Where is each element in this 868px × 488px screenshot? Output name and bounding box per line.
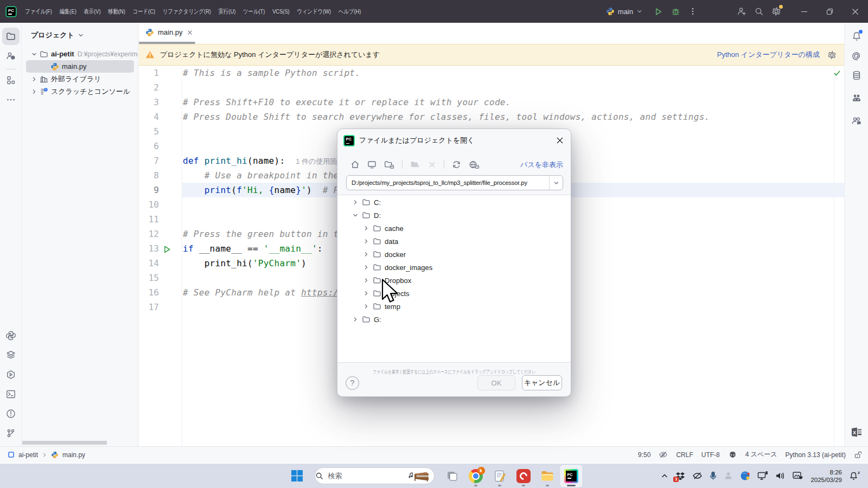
ok-button[interactable]: OK [477, 375, 515, 390]
show-hidden-files-button[interactable] [469, 160, 480, 169]
camtasia-icon[interactable] [513, 465, 534, 487]
dialog-tree-row-projects[interactable]: projects [337, 287, 571, 300]
menu-item-6[interactable]: 実行(U) [215, 0, 239, 23]
chevron-right-icon[interactable] [362, 250, 371, 259]
more-actions-button[interactable] [684, 3, 701, 20]
dialog-header[interactable]: PC ファイルまたはプロジェクトを開く [337, 129, 571, 152]
tree-row-main-py[interactable]: main.py [22, 60, 138, 73]
photos-tray-icon[interactable] [793, 471, 803, 480]
task-view-button[interactable] [441, 465, 463, 487]
horizontal-scrollbar[interactable] [22, 441, 107, 445]
dialog-tree-row-cache[interactable]: cache [337, 222, 571, 235]
line-number[interactable]: 14 [139, 256, 159, 271]
dropbox-tray-icon[interactable]: 1 [675, 471, 685, 481]
desktop-button[interactable] [367, 160, 376, 169]
eye-off-tray-icon[interactable] [692, 471, 703, 481]
menu-item-8[interactable]: VCS(S) [269, 0, 293, 23]
assistant-chat-button[interactable] [848, 89, 865, 107]
taskbar-search-box[interactable]: 検索 [315, 467, 435, 484]
line-number[interactable]: 6 [139, 139, 159, 153]
window-close-button[interactable] [843, 0, 868, 23]
chevron-right-icon[interactable] [351, 198, 360, 207]
chevron-right-icon[interactable] [362, 263, 371, 272]
line-number[interactable]: 15 [139, 271, 159, 285]
version-control-tool-button[interactable] [2, 425, 20, 442]
dialog-tree-row-d[interactable]: D: [337, 209, 571, 222]
configure-interpreter-link[interactable]: Python インタープリターの構成 [717, 50, 820, 60]
run-anything-tool-button[interactable] [2, 366, 20, 383]
tree-row-external-libraries[interactable]: 外部ライブラリ [22, 73, 138, 85]
python-packages-tool-button[interactable] [2, 327, 20, 344]
line-number[interactable]: 3 [139, 95, 159, 110]
search-highlight-image[interactable] [407, 470, 431, 483]
dialog-tree-row-docker[interactable]: docker [337, 248, 571, 261]
indent-widget[interactable]: 4 スペース [745, 450, 777, 459]
copilot-icon[interactable] [728, 450, 737, 459]
notepad-icon[interactable] [489, 465, 510, 487]
home-button[interactable] [350, 160, 360, 169]
menu-item-1[interactable]: 編集(E) [56, 0, 80, 23]
ai-assistant-button[interactable] [848, 47, 865, 65]
line-number[interactable]: 7 [139, 153, 159, 168]
dialog-tree-row-data[interactable]: data [337, 235, 571, 248]
window-restore-button[interactable] [817, 0, 843, 23]
menu-item-0[interactable]: ファイル(F) [21, 0, 56, 23]
notifications-button[interactable] [848, 28, 865, 45]
structure-tool-button[interactable] [2, 72, 20, 89]
highlighting-off-icon[interactable] [659, 450, 668, 459]
person-tray-icon[interactable] [724, 471, 733, 480]
file-explorer-icon[interactable] [537, 465, 558, 487]
line-number[interactable]: 9 [139, 183, 159, 197]
chevron-right-icon[interactable] [362, 289, 371, 298]
cancel-button[interactable]: キャンセル [522, 375, 562, 390]
dialog-close-button[interactable] [556, 136, 564, 145]
tree-row-scratches[interactable]: スクラッチとコンソール [22, 85, 138, 98]
path-input-value[interactable]: D:/projects/my_projects/tsproj_to_llc/mp… [352, 179, 549, 186]
new-folder-button[interactable] [384, 160, 394, 169]
menu-item-4[interactable]: コード(C) [129, 0, 159, 23]
close-tab-icon[interactable] [187, 29, 193, 36]
breadcrumb-project[interactable]: ai-petit [18, 451, 38, 459]
inspections-ok-icon[interactable] [833, 69, 841, 77]
display-tray-icon[interactable] [757, 471, 768, 480]
chevron-right-icon[interactable] [362, 276, 371, 285]
path-dropdown-button[interactable] [549, 176, 563, 190]
line-number[interactable]: 8 [139, 168, 159, 183]
refresh-button[interactable] [452, 160, 461, 169]
line-number[interactable]: 1 [139, 66, 159, 80]
line-number[interactable]: 12 [139, 227, 159, 241]
menu-item-9[interactable]: ウィンドウ(W) [293, 0, 335, 23]
notification-bell-icon[interactable]: z [849, 471, 858, 481]
dialog-tree-row-dockerimages[interactable]: docker_images [337, 261, 571, 274]
chevron-down-icon[interactable] [30, 50, 39, 59]
window-minimize-button[interactable] [792, 0, 817, 23]
database-button[interactable] [848, 67, 865, 84]
code-with-me-button[interactable] [733, 3, 750, 20]
volume-tray-icon[interactable] [775, 471, 786, 480]
menu-item-7[interactable]: ツール(T) [239, 0, 269, 23]
caret-position-widget[interactable]: 9:50 [638, 451, 650, 459]
line-number[interactable]: 13 [139, 241, 159, 256]
dialog-tree-row-g[interactable]: G: [337, 313, 571, 326]
interpreter-widget[interactable]: Python 3.13 (ai-petit) [786, 451, 846, 459]
project-panel-header[interactable]: プロジェクト [22, 23, 138, 46]
learn-tool-button[interactable]: ? [2, 47, 20, 65]
project-tool-button[interactable] [2, 28, 20, 45]
microphone-tray-icon[interactable] [710, 471, 717, 480]
line-number[interactable]: 2 [139, 80, 159, 95]
line-number[interactable]: 5 [139, 124, 159, 139]
app-sphere-tray-icon[interactable] [740, 471, 750, 481]
path-combobox[interactable]: D:/projects/my_projects/tsproj_to_llc/mp… [346, 175, 563, 190]
excel-plugin-button[interactable]: X [848, 423, 865, 441]
unlocked-icon[interactable] [854, 451, 862, 459]
encoding-widget[interactable]: UTF-8 [701, 451, 720, 459]
tree-row-project-root[interactable]: ai-petit D:¥projects¥experimen [22, 48, 138, 60]
debug-button[interactable] [667, 3, 684, 20]
start-button[interactable] [286, 465, 308, 487]
menu-item-10[interactable]: ヘルプ(H) [335, 0, 365, 23]
dialog-tree-row-dropbox[interactable]: Dropbox [337, 274, 571, 287]
chevron-right-icon[interactable] [362, 224, 371, 233]
tray-clock[interactable]: 8:26 2025/03/29 [810, 468, 842, 484]
terminal-tool-button[interactable] [2, 386, 20, 403]
chevron-right-icon[interactable] [362, 302, 371, 311]
